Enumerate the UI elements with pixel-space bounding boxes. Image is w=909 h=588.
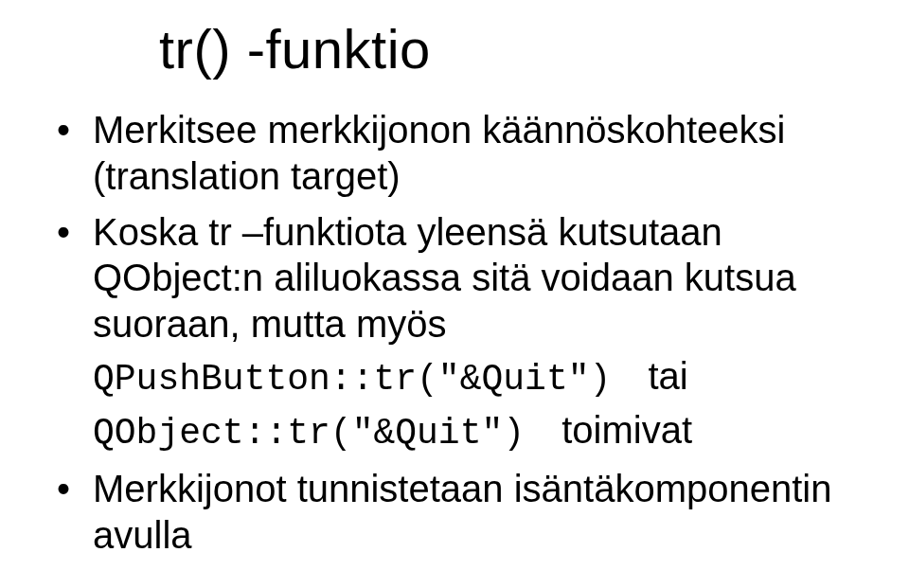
text-toimivat: toimivat — [561, 409, 692, 451]
bullet-list: Merkitsee merkkijonon käännöskohteeksi (… — [57, 107, 852, 558]
bullet-text-2-intro: Koska tr –funktiota yleensä kutsutaan QO… — [93, 209, 852, 347]
bullet-item-2: Koska tr –funktiota yleensä kutsutaan QO… — [57, 209, 852, 456]
slide-title: tr() -funktio — [159, 17, 852, 80]
bullet-text-3: Merkkijonot tunnistetaan isäntäkomponent… — [93, 468, 831, 556]
bullet-text-1: Merkitsee merkkijonon käännöskohteeksi (… — [93, 109, 785, 197]
bullet-item-3: Merkkijonot tunnistetaan isäntäkomponent… — [57, 466, 852, 559]
bullet-item-1: Merkitsee merkkijonon käännöskohteeksi (… — [57, 107, 852, 200]
text-tai: tai — [648, 355, 687, 397]
code-qpushbutton-tr: QPushButton::tr("&Quit") — [93, 359, 611, 400]
slide: tr() -funktio Merkitsee merkkijonon kään… — [0, 0, 909, 588]
code-qobject-tr: QObject::tr("&Quit") — [93, 413, 525, 454]
